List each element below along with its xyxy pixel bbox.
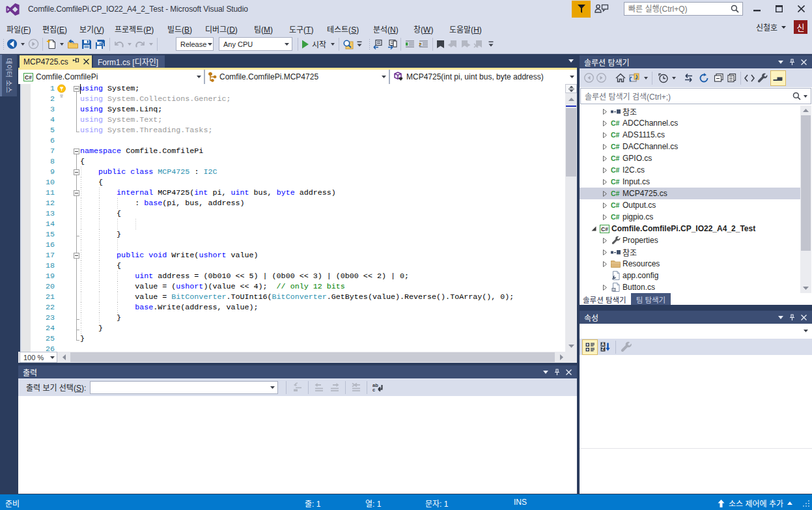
- quick-launch-search[interactable]: [624, 2, 743, 16]
- user-avatar[interactable]: 신: [794, 20, 807, 34]
- code-line-6[interactable]: 6: [18, 135, 565, 146]
- scroll-right-arrow[interactable]: [556, 352, 567, 363]
- scroll-up-arrow[interactable]: [800, 106, 811, 115]
- code-line-26[interactable]: 26: [18, 344, 565, 352]
- expander-right-icon[interactable]: [600, 167, 610, 173]
- tab-solution-explorer[interactable]: 솔루션 탐색기: [580, 293, 630, 305]
- code-line-13[interactable]: 13 {: [18, 208, 565, 219]
- splitter-handle[interactable]: [565, 84, 577, 93]
- scroll-left-arrow[interactable]: [59, 352, 70, 363]
- nav-project-combo[interactable]: C# Comfile.ComfilePi: [18, 70, 205, 84]
- scrollbar-thumb[interactable]: [801, 115, 811, 251]
- code-line-23[interactable]: 23 }: [18, 313, 565, 323]
- se-properties-button[interactable]: [756, 70, 769, 86]
- se-filter-dropdown[interactable]: [670, 77, 678, 79]
- scrollbar-thumb[interactable]: [70, 352, 555, 362]
- code-line-21[interactable]: 21 value = BitConverter.ToUInt16(BitConv…: [18, 292, 565, 302]
- expander-down-icon[interactable]: [589, 226, 599, 231]
- window-position-caret-icon[interactable]: [543, 371, 548, 374]
- code-line-2[interactable]: 2using System.Collections.Generic;: [18, 94, 565, 104]
- code-line-10[interactable]: 10 {: [18, 177, 565, 188]
- tree-item-Resources[interactable]: Resources: [580, 258, 800, 270]
- open-file-button[interactable]: [66, 36, 80, 52]
- solution-explorer-search[interactable]: 솔루션 탐색기 검색(Ctrl+;): [580, 88, 811, 104]
- minimize-button[interactable]: [746, 0, 768, 17]
- output-content[interactable]: [18, 396, 577, 494]
- output-title-bar[interactable]: 출력: [18, 365, 577, 378]
- start-dropdown[interactable]: [329, 43, 337, 46]
- outline-collapse-box[interactable]: [74, 86, 79, 92]
- scrollbar-thumb[interactable]: [566, 108, 576, 177]
- expander-right-icon[interactable]: [600, 156, 610, 162]
- expander-right-icon[interactable]: [600, 214, 610, 220]
- code-line-8[interactable]: 8{: [18, 156, 565, 167]
- code-line-12[interactable]: 12 : base(pi, bus, address): [18, 198, 565, 208]
- outline-collapse-box[interactable]: [74, 253, 79, 259]
- se-view-code-button[interactable]: [743, 70, 756, 86]
- se-pending-changes-filter-button[interactable]: [657, 70, 670, 86]
- properties-title-bar[interactable]: 속성: [580, 311, 812, 324]
- previous-bookmark-button[interactable]: [446, 36, 459, 52]
- search-options-caret-icon[interactable]: [804, 95, 807, 98]
- output-source-combo[interactable]: [90, 381, 278, 394]
- se-preview-selected-toggle[interactable]: [770, 70, 786, 86]
- new-file-button[interactable]: [45, 36, 58, 52]
- expander-right-icon[interactable]: [600, 109, 610, 115]
- clear-bookmarks-button[interactable]: [472, 36, 485, 52]
- code-editor[interactable]: 1using System;2using System.Collections.…: [18, 84, 565, 352]
- code-line-14[interactable]: 14: [18, 219, 565, 229]
- increase-indent-button[interactable]: 2: [417, 36, 430, 52]
- pin-icon[interactable]: [72, 58, 79, 65]
- window-position-caret-icon[interactable]: [778, 316, 783, 319]
- expander-right-icon[interactable]: [600, 132, 610, 138]
- search-icon[interactable]: [792, 92, 801, 100]
- expander-right-icon[interactable]: [600, 285, 610, 290]
- user-name[interactable]: 신철호: [756, 21, 777, 33]
- expander-right-icon[interactable]: [600, 144, 610, 150]
- navigate-backward-button[interactable]: [5, 36, 19, 52]
- pin-icon[interactable]: [789, 314, 795, 321]
- goto-message-button[interactable]: [291, 380, 304, 395]
- next-message-button[interactable]: [328, 380, 341, 395]
- add-to-source-control[interactable]: 소스 제어에 추가: [718, 498, 792, 509]
- quick-launch-input[interactable]: [624, 5, 731, 14]
- previous-message-button[interactable]: [313, 380, 326, 395]
- code-line-15[interactable]: 15 }: [18, 229, 565, 240]
- toggle-header-code-file-button[interactable]: [371, 36, 385, 52]
- notifications-flag-button[interactable]: [572, 1, 591, 18]
- code-line-7[interactable]: 7namespace Comfile.ComfilePi: [18, 146, 565, 156]
- props-alphabetical-button[interactable]: AZ: [599, 339, 612, 355]
- tab-form1[interactable]: Form1.cs [디자인]: [93, 55, 165, 68]
- code-line-18[interactable]: 18 {: [18, 261, 565, 271]
- se-sync-active-document-button[interactable]: [627, 70, 642, 86]
- expander-right-icon[interactable]: [600, 191, 610, 197]
- save-button[interactable]: [80, 36, 93, 52]
- editor-horizontal-scrollbar[interactable]: 100 %: [18, 352, 577, 363]
- toggle-bookmark-button[interactable]: [435, 36, 446, 52]
- user-area[interactable]: 신철호 신: [756, 20, 807, 34]
- tree-item-app.config[interactable]: app.config: [580, 270, 800, 281]
- code-line-24[interactable]: 24 }: [18, 323, 565, 333]
- navigate-backward-dropdown[interactable]: [19, 43, 27, 46]
- code-line-5[interactable]: 5using System.Threading.Tasks;: [18, 125, 565, 135]
- solution-explorer-scrollbar[interactable]: [800, 106, 811, 293]
- toolbar-overflow[interactable]: [486, 41, 496, 47]
- tree-item-DACChannel.cs[interactable]: C#DACChannel.cs: [580, 141, 800, 152]
- expander-right-icon[interactable]: [600, 261, 610, 267]
- close-button[interactable]: [790, 0, 812, 17]
- expander-right-icon[interactable]: [600, 120, 610, 126]
- close-icon[interactable]: [801, 59, 807, 65]
- scroll-down-arrow[interactable]: [565, 341, 577, 350]
- close-icon[interactable]: [801, 315, 807, 320]
- close-icon[interactable]: [566, 369, 572, 375]
- tree-item-MCP4725.cs[interactable]: C#MCP4725.cs: [580, 188, 800, 199]
- outline-collapse-box[interactable]: [74, 169, 79, 175]
- se-sync-selection-button[interactable]: [682, 70, 695, 86]
- tree-item-Button.cs[interactable]: Button.cs: [580, 281, 800, 293]
- expander-right-icon[interactable]: [600, 179, 610, 185]
- tree-item-Input.cs[interactable]: C#Input.cs: [580, 176, 800, 188]
- tree-item-ADS1115.cs[interactable]: C#ADS1115.cs: [580, 129, 800, 141]
- maximize-button[interactable]: [768, 0, 790, 17]
- tree-item-I2C.cs[interactable]: C#I2C.cs: [580, 164, 800, 176]
- se-collapse-all-button[interactable]: [712, 70, 725, 86]
